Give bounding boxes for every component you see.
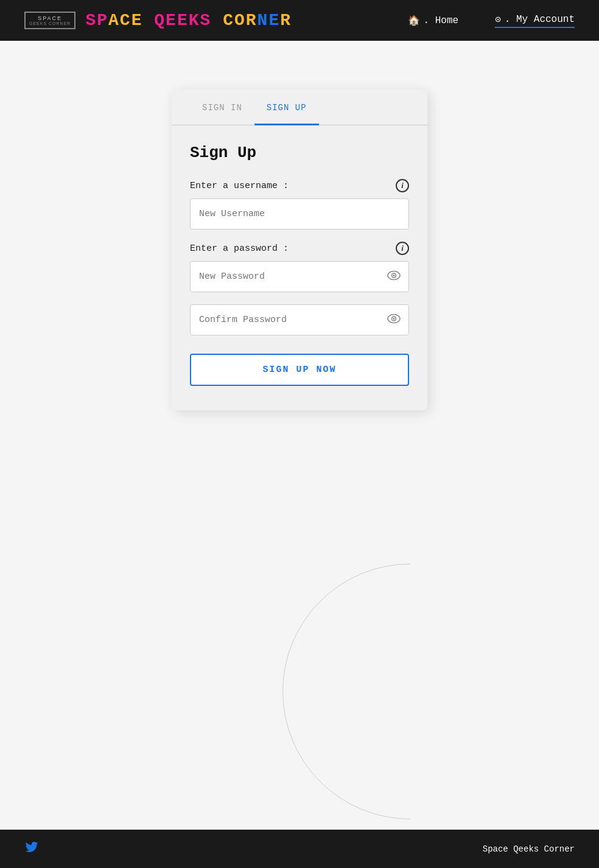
svg-point-2: [393, 275, 395, 276]
password-label: Enter a password :: [190, 243, 289, 254]
username-input-wrapper: [190, 198, 409, 229]
confirm-eye-icon[interactable]: [387, 313, 401, 326]
username-info-icon[interactable]: i: [396, 179, 409, 192]
form-title: Sign Up: [190, 144, 409, 162]
logo-box: SPACE GEEKS CORNER: [24, 12, 75, 29]
nav-links: 🏠 . Home ⊙ . My Account: [408, 13, 575, 28]
confirm-input-wrapper: [190, 304, 409, 335]
logo-bottom: GEEKS CORNER: [29, 21, 71, 26]
account-label: . My Account: [505, 14, 575, 25]
svg-point-5: [393, 318, 395, 320]
nav-home-link[interactable]: 🏠 . Home: [408, 15, 459, 27]
account-icon: ⊙: [495, 13, 501, 26]
signup-card: SIGN IN SIGN UP Sign Up Enter a username…: [172, 89, 427, 410]
tabs: SIGN IN SIGN UP: [172, 89, 427, 125]
main-content: SIGN IN SIGN UP Sign Up Enter a username…: [0, 41, 599, 771]
password-eye-icon[interactable]: [387, 270, 401, 283]
site-title: SPACE QEEKS CORNER: [85, 11, 292, 30]
signup-button[interactable]: SIGN UP NOW: [190, 354, 409, 386]
tab-signup[interactable]: SIGN UP: [254, 89, 319, 125]
home-label: . Home: [424, 15, 459, 26]
password-label-row: Enter a password : i: [190, 242, 409, 255]
confirm-password-input[interactable]: [190, 304, 409, 335]
header-left: SPACE GEEKS CORNER SPACE QEEKS CORNER: [24, 11, 292, 30]
footer-text: Space Qeeks Corner: [483, 844, 575, 854]
footer: Space Qeeks Corner: [0, 830, 599, 868]
twitter-icon[interactable]: [24, 839, 39, 858]
username-label-row: Enter a username : i: [190, 179, 409, 192]
password-info-icon[interactable]: i: [396, 242, 409, 255]
nav-account-link[interactable]: ⊙ . My Account: [495, 13, 575, 28]
logo-top: SPACE: [38, 15, 62, 21]
tab-signin[interactable]: SIGN IN: [190, 89, 254, 125]
username-label: Enter a username :: [190, 181, 289, 191]
password-input[interactable]: [190, 261, 409, 292]
username-input[interactable]: [190, 198, 409, 229]
home-icon: 🏠: [408, 15, 420, 27]
form-area: Sign Up Enter a username : i Enter a pas…: [172, 125, 427, 410]
header: SPACE GEEKS CORNER SPACE QEEKS CORNER 🏠 …: [0, 0, 599, 41]
password-input-wrapper: [190, 261, 409, 292]
